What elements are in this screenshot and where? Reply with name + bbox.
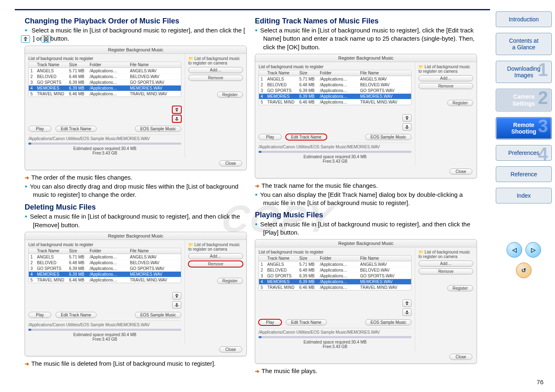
move-down-button[interactable] [172, 301, 181, 309]
nav-introduction[interactable]: Introduction [496, 12, 552, 27]
table-row[interactable]: 2BELOVED6.48 MB/Applications…BELOVED.WAV [259, 267, 411, 273]
folder-icon: 📁 [188, 56, 193, 61]
result-order-changes: The order of the music files changes. [25, 173, 247, 182]
chapter-num-1-icon: 1 [538, 60, 548, 81]
nav-remote-shooting[interactable]: 3 Remote Shooting [496, 117, 552, 139]
table-row[interactable]: 1ANGELS5.71 MB/Applications…ANGELS.WAV [259, 76, 411, 82]
table-row[interactable]: 3GO SPORTS6.39 MB/Applications…GO SPORTS… [29, 79, 181, 85]
folder-icon: 📁 [419, 65, 423, 69]
remove-button[interactable]: Remove [419, 83, 473, 89]
folder-icon: 📁 [419, 250, 423, 254]
eos-sample-button[interactable]: EOS Sample Music [365, 134, 412, 140]
heading-delete: Deleting Music Files [25, 203, 247, 212]
eos-sample-button[interactable]: EOS Sample Music [135, 126, 181, 132]
play-button[interactable]: Play [259, 319, 282, 325]
estimate-label: Estimated space required:30.4 MBFree:3.4… [259, 154, 412, 164]
table-row-selected[interactable]: 4MEMORIES6.39 MB/Applications…MEMORIES.W… [259, 93, 411, 99]
play-button[interactable]: Play [259, 134, 282, 140]
estimate-label: Estimated space required:30.4 MBFree:3.4… [28, 332, 181, 341]
path-label: /Applications/Canon Utilities/EOS Sample… [259, 328, 412, 334]
remove-button[interactable]: Remove [188, 75, 243, 81]
register-button[interactable]: Register [217, 92, 243, 98]
add-button[interactable]: Add… [419, 75, 473, 81]
move-up-button[interactable] [402, 114, 412, 122]
list-label-left: List of background music to register [259, 250, 412, 254]
eos-sample-button[interactable]: EOS Sample Music [135, 312, 181, 318]
close-button[interactable]: Close [219, 346, 242, 353]
heading-change-order: Changing the Playback Order of Music Fil… [25, 17, 247, 25]
nav-contents[interactable]: Contents at a Glance [496, 33, 552, 55]
tip-drag-drop: You can also directly drag and drop musi… [25, 182, 247, 199]
table-row-selected[interactable]: 4MEMORIES6.39 MB/Applications…MEMORIES.W… [29, 85, 181, 91]
eos-sample-button[interactable]: EOS Sample Music [365, 319, 412, 325]
nav-camera-settings[interactable]: 2 Camera Settings [496, 89, 552, 111]
table-row-selected[interactable]: 4MEMORIES6.39 MB/Applications…MEMORIES.W… [259, 279, 411, 284]
estimate-label: Estimated space required:30.4 MBFree:3.4… [259, 340, 412, 349]
music-table[interactable]: Track NameSizeFolderFile Name 1ANGELS5.7… [259, 255, 412, 291]
table-row[interactable]: 5TRAVEL MIND6.46 MB/Applications…TRAVEL … [259, 99, 411, 105]
music-table[interactable]: Track NameSizeFolderFile Name 1ANGELS5.7… [28, 248, 181, 283]
nav-preferences[interactable]: 4 Preferences [496, 145, 552, 161]
dialog-title: Register Background Music [255, 54, 476, 62]
list-label-right: List of background music to register on … [419, 65, 470, 74]
table-row[interactable]: 2BELOVED6.48 MB/Applications…BELOVED.WAV [29, 74, 181, 79]
move-up-icon [21, 35, 30, 43]
dialog-edit-name: Register Background Music List of backgr… [255, 54, 477, 178]
table-row[interactable]: 2BELOVED6.48 MB/Applications…BELOVED.WAV [259, 82, 411, 88]
nav-downloading-images[interactable]: 1 Downloading Images [496, 61, 552, 83]
table-row[interactable]: 2BELOVED6.48 MB/Applications…BELOVED.WAV [29, 260, 181, 265]
storage-bar [28, 143, 181, 145]
table-row[interactable]: 3GO SPORTS6.39 MB/Applications…GO SPORTS… [29, 265, 181, 271]
table-row[interactable]: 1ANGELS5.71 MB/Applications…ANGELS.WAV [29, 68, 181, 74]
move-up-button[interactable] [402, 300, 412, 307]
dialog-title: Register Background Music [25, 46, 246, 54]
register-button[interactable]: Register [447, 285, 473, 291]
move-down-button[interactable] [402, 309, 412, 316]
add-button[interactable]: Add… [188, 253, 243, 259]
path-label: /Applications/Canon Utilities/EOS Sample… [28, 321, 181, 327]
nav-reference[interactable]: Reference [496, 166, 552, 182]
list-label-left: List of background music to register [259, 65, 412, 69]
close-button[interactable]: Close [449, 354, 472, 360]
table-row[interactable]: 5TRAVEL MIND6.46 MB/Applications…TRAVEL … [29, 91, 181, 97]
register-button[interactable]: Register [447, 100, 473, 106]
dialog-delete: Register Background Music List of backgr… [25, 232, 247, 356]
list-label-right: List of background music to register on … [188, 242, 240, 251]
play-button[interactable]: Play [28, 126, 51, 132]
move-down-icon [42, 35, 51, 43]
edit-track-name-button[interactable]: Edit Track Name [56, 312, 97, 318]
heading-edit-name: Editing Track Names of Music Files [255, 17, 477, 25]
table-row[interactable]: 1ANGELS5.71 MB/Applications…ANGELS.WAV [259, 261, 411, 267]
text-edit-desc: Select a music file in [List of backgrou… [255, 26, 477, 51]
move-up-button[interactable] [172, 106, 181, 113]
table-row[interactable]: 5TRAVEL MIND6.46 MB/Applications…TRAVEL … [29, 277, 181, 283]
path-label: /Applications/Canon Utilities/EOS Sample… [259, 143, 412, 149]
list-label-right: List of background music to register on … [419, 250, 470, 259]
table-row[interactable]: 1ANGELS5.71 MB/Applications…ANGELS.WAV [29, 254, 181, 260]
remove-button[interactable]: Remove [419, 268, 473, 274]
prev-page-button[interactable]: ◁ [506, 242, 522, 258]
edit-track-name-button[interactable]: Edit Track Name [286, 319, 327, 325]
nav-index[interactable]: Index [496, 188, 552, 203]
close-button[interactable]: Close [449, 168, 472, 175]
table-row[interactable]: 5TRAVEL MIND6.46 MB/Applications…TRAVEL … [259, 284, 411, 290]
remove-button[interactable]: Remove [188, 261, 243, 267]
next-page-button[interactable]: ▷ [525, 242, 541, 258]
music-table[interactable]: Track NameSizeFolderFile Name 1ANGELS5.7… [259, 70, 412, 105]
close-button[interactable]: Close [219, 160, 242, 166]
edit-track-name-button[interactable]: Edit Track Name [286, 134, 327, 140]
move-down-button[interactable] [172, 115, 181, 122]
move-up-button[interactable] [172, 292, 181, 300]
play-button[interactable]: Play [28, 312, 51, 318]
move-down-button[interactable] [402, 123, 412, 131]
table-row[interactable]: 3GO SPORTS6.39 MB/Applications…GO SPORTS… [259, 273, 411, 279]
add-button[interactable]: Add… [188, 67, 243, 73]
table-row-selected[interactable]: 4MEMORIES6.39 MB/Applications…MEMORIES.W… [29, 271, 181, 277]
dialog-title: Register Background Music [255, 240, 476, 247]
edit-track-name-button[interactable]: Edit Track Name [56, 126, 97, 132]
add-button[interactable]: Add… [419, 261, 473, 267]
table-row[interactable]: 3GO SPORTS6.39 MB/Applications…GO SPORTS… [259, 88, 411, 93]
music-table[interactable]: Track Name Size Folder File Name 1ANGELS… [28, 62, 181, 97]
register-button[interactable]: Register [217, 278, 243, 284]
return-button[interactable]: ↺ [516, 263, 532, 278]
